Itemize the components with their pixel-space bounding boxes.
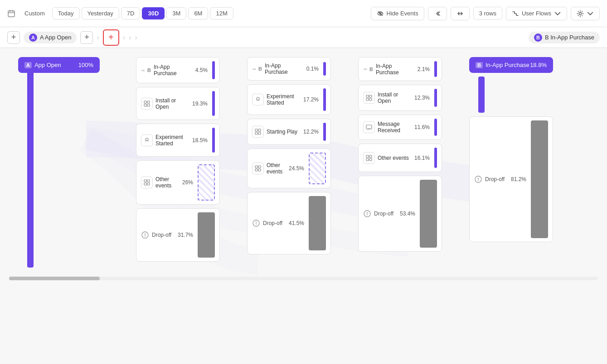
cursor-icon-1 [144,137,150,144]
arrow-left-button[interactable] [428,7,447,20]
column-5: B In-App Purchase 18.8% Drop-off 81.2% [469,57,553,242]
end-letter: B [534,34,542,42]
svg-point-45 [478,180,479,181]
date-30d[interactable]: 30D [142,7,165,19]
svg-rect-14 [144,183,146,185]
start-node-pill: A A App Open [24,32,77,43]
col4-icon-3 [363,121,375,133]
scrollbar-track[interactable] [9,277,598,280]
col2-card-2[interactable]: Install or Open 19.3% [136,87,220,120]
svg-rect-10 [147,104,150,106]
chevron-down-icon [554,10,561,17]
arrow-separator-2: › [123,34,125,42]
date-3m[interactable]: 3M [166,7,186,19]
col4-text-4: Other events [378,155,412,161]
col4-text-1: In-App Purchase [376,63,415,76]
col3-label-2: Experiment Started [267,93,301,106]
arrow-separator-4: › [135,34,137,42]
col2-text-4: Other events [155,176,180,189]
svg-rect-33 [366,98,369,101]
svg-point-19 [257,97,259,100]
arrow-separator-1: › [97,34,99,42]
cursor-icon-2 [255,96,261,103]
add-middle-button[interactable]: + [80,31,93,44]
col2-text-3: Experiment Started [155,134,189,147]
svg-rect-32 [369,95,372,97]
end-label: B In-App Purchase [545,34,594,41]
col2-pct-2: 19.3% [192,101,208,107]
svg-point-30 [256,224,257,225]
user-flows-label: User Flows [522,10,551,17]
col4-card-2[interactable]: Install or Open 12.3% [358,85,442,111]
dropoff-icon-3 [363,210,371,218]
gear-icon [577,10,584,17]
col4-label-4: Other events [378,155,412,161]
scrollbar-thumb[interactable] [9,277,100,280]
col4-dropoff[interactable]: Drop-off 53.4% [358,176,442,252]
col2-dropoff[interactable]: Drop-off 31.7% [136,208,220,262]
col5-card-1[interactable]: B In-App Purchase 18.8% [469,57,553,73]
date-today[interactable]: Today [52,7,80,19]
col2-bar-1 [212,61,215,79]
col4-letter-1: B [369,67,373,72]
col3-card-1[interactable]: ⇒ B In-App Purchase 0.1% [247,57,331,81]
col2-card-4[interactable]: Other events 26% [136,160,220,205]
col3-card-2[interactable]: Experiment Started 17.2% [247,84,331,115]
start-letter: A [29,34,37,42]
col5-dropoff-pct: 81.2% [511,176,526,182]
col3-text-1: In-App Purchase [265,62,304,75]
rows-button[interactable]: 3 rows [473,7,502,20]
col3-card-4[interactable]: Other events 24.5% [247,148,331,188]
col2-dropoff-bar [198,212,215,258]
column-2: ⇒ B In-App Purchase 4.5% Install or Open… [136,57,220,262]
col2-dropoff-label: Drop-off [152,232,171,238]
right-controls: Hide Events 3 rows User Flows [371,7,600,20]
col2-pct-1: 4.5% [195,67,208,73]
date-yesterday[interactable]: Yesterday [82,7,119,19]
col2-card-3[interactable]: Experiment Started 18.5% [136,124,220,157]
col5-letter-1: B [476,62,483,68]
svg-rect-27 [258,169,261,171]
col3-card-3[interactable]: Starting Play 12.2% [247,119,331,145]
add-step-button[interactable]: + [103,29,119,46]
add-left-button[interactable]: + [7,31,20,44]
col3-bar-2 [323,88,326,111]
col5-dropoff-label: Drop-off [485,176,505,182]
col3-dropoff[interactable]: Drop-off 41.5% [247,192,331,254]
column-3: ⇒ B In-App Purchase 0.1% Experiment Star… [247,57,331,254]
col4-card-4[interactable]: Other events 16.1% [358,144,442,172]
col3-bar-1 [323,62,326,76]
grid-icon-6 [366,155,372,161]
column-4: ⇒ B In-App Purchase 2.1% Install or Open… [358,57,442,252]
settings-button[interactable] [571,7,600,20]
date-custom[interactable]: Custom [19,8,50,19]
col4-text-3: Message Received [378,121,412,134]
arrow-separator-3: › [129,34,131,42]
col5-pct-1: 18.8% [530,62,547,68]
fwd-arrow-4-1: ⇒ [363,67,367,72]
grid-icon-2 [144,179,150,186]
col2-text-1: In-App Purchase [154,64,193,77]
hide-events-button[interactable]: Hide Events [371,7,424,20]
rows-label: 3 rows [479,10,496,17]
col4-bar-3 [434,119,437,136]
dropoff-icon-1 [141,231,149,239]
date-7d[interactable]: 7D [121,7,141,19]
svg-rect-25 [258,166,261,168]
canvas-header: + A A App Open + › + › › › B B In-App Pu… [0,27,607,48]
col4-card-1[interactable]: ⇒ B In-App Purchase 2.1% [358,57,442,81]
col3-text-3: Starting Play [267,129,301,135]
date-12m[interactable]: 12M [210,7,233,19]
col4-card-3[interactable]: Message Received 11.6% [358,115,442,140]
col4-icon-2 [363,92,375,104]
flow-canvas: A App Open 100% ⇒ B In-App Purchase 4.5% [9,57,598,268]
user-flows-button[interactable]: User Flows [506,7,567,20]
col2-card-1[interactable]: ⇒ B In-App Purchase 4.5% [136,57,220,83]
arrow-expand-button[interactable] [451,7,470,20]
col5-dropoff[interactable]: Drop-off 81.2% [469,116,553,242]
col3-label-1: In-App Purchase [265,62,304,75]
col4-icon-4 [363,152,375,164]
date-6m[interactable]: 6M [188,7,208,19]
col3-label-4: Other events [267,162,286,175]
svg-rect-15 [147,183,150,185]
